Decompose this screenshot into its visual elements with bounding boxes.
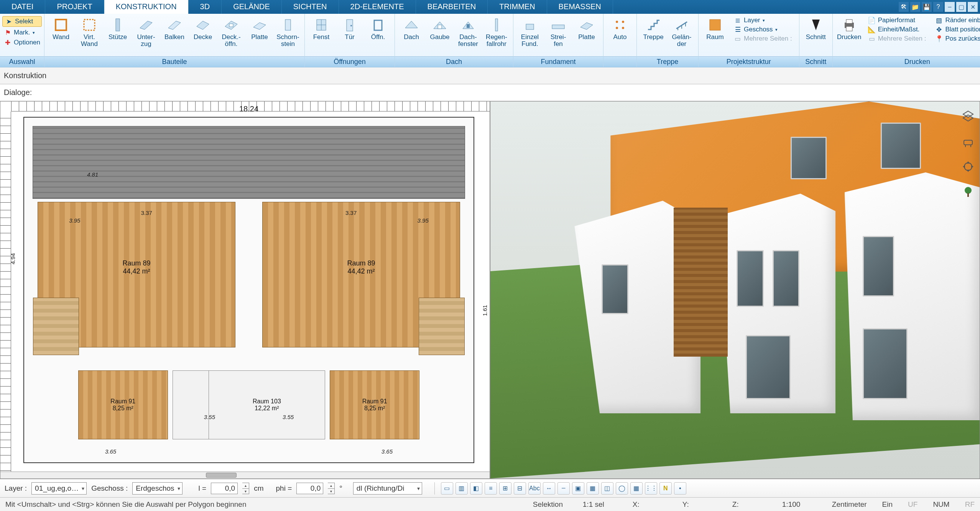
fenster-button[interactable]: Fenst xyxy=(308,15,335,42)
tab-3d[interactable]: 3D xyxy=(189,0,222,14)
geschoss-dropdown[interactable]: ☰Geschoss▾ xyxy=(732,25,794,34)
mode-combo[interactable]: dl (Richtung/Di xyxy=(353,482,422,495)
pane-3d-view[interactable] xyxy=(490,101,980,479)
svg-point-31 xyxy=(964,163,972,170)
tool-box1-icon[interactable]: ▣ xyxy=(572,482,584,495)
tab-2d-elemente[interactable]: 2D-ELEMENTE xyxy=(339,0,416,14)
tuer-button[interactable]: Tür xyxy=(336,15,363,42)
tab-bearbeiten[interactable]: BEARBEITEN xyxy=(416,0,488,14)
tool-folder-icon[interactable]: 📁 xyxy=(910,2,920,12)
plan-scrollbar[interactable] xyxy=(0,472,490,478)
tab-projekt[interactable]: PROJEKT xyxy=(45,0,104,14)
svg-rect-26 xyxy=(846,20,852,23)
window-minimize-button[interactable]: – xyxy=(945,2,955,12)
auto-button[interactable]: Auto xyxy=(607,15,633,42)
gelaender-button[interactable]: Gelän- der xyxy=(668,15,695,49)
schornstein-button[interactable]: Schorn- stein xyxy=(275,15,301,49)
streifen-button[interactable]: Strei- fen xyxy=(545,15,572,49)
geschoss-combo[interactable]: Erdgeschos xyxy=(132,482,182,495)
stuetze-button[interactable]: Stütze xyxy=(104,15,131,42)
tool-6-icon[interactable]: ⊟ xyxy=(514,482,526,495)
context-bar-dialoge: Dialoge: xyxy=(0,84,980,101)
dim-365b: 3.65 xyxy=(381,448,393,455)
tool-circle-icon[interactable]: ◯ xyxy=(616,482,628,495)
tool-5-icon[interactable]: ⊞ xyxy=(499,482,511,495)
column-icon xyxy=(110,17,126,33)
deck-oeffn-button[interactable]: Deck.- öffn. xyxy=(218,15,245,49)
skylight-icon xyxy=(460,17,476,33)
layer-dropdown[interactable]: ≣Layer▾ xyxy=(732,16,794,25)
l-stepper[interactable]: ▴▾ xyxy=(242,483,249,494)
tool-arrow-icon[interactable]: ↔ xyxy=(543,482,555,495)
tab-sichten[interactable]: SICHTEN xyxy=(282,0,339,14)
dach-button[interactable]: Dach xyxy=(398,15,425,42)
optionen-button[interactable]: ✚Optionen xyxy=(2,38,42,47)
raum-button[interactable]: Raum xyxy=(702,15,728,42)
phi-stepper[interactable]: ▴▾ xyxy=(328,483,335,494)
mark-label: Mark. xyxy=(14,29,30,36)
regenfallrohr-button[interactable]: Regen- fallrohr xyxy=(483,15,510,49)
blatt-button[interactable]: ✥Blatt position. xyxy=(934,25,980,34)
tool-n-icon[interactable]: N xyxy=(659,482,672,495)
platte-button[interactable]: Platte xyxy=(246,15,273,42)
tool-save-icon[interactable]: 💾 xyxy=(922,2,932,12)
fund-platte-button[interactable]: Platte xyxy=(573,15,600,42)
schnitt-button[interactable]: Schnitt xyxy=(802,15,829,42)
phi-input[interactable]: 0,0 xyxy=(296,483,323,494)
l-unit: cm xyxy=(254,484,263,493)
mark-button[interactable]: ⚑Mark.▾ xyxy=(2,28,42,37)
tool-dots-icon[interactable]: ⋮⋮ xyxy=(645,482,657,495)
gaube-button[interactable]: Gaube xyxy=(426,15,453,42)
mehrere-seiten2-button[interactable]: ▭Mehrere Seiten : xyxy=(867,34,928,43)
status-selektion: Selektion xyxy=(533,500,567,509)
layers-tool-icon[interactable] xyxy=(960,108,976,124)
l-input[interactable]: 0,0 xyxy=(211,483,238,494)
balken-button[interactable]: Balken xyxy=(161,15,188,42)
tool-grid-icon[interactable]: ▦ xyxy=(630,482,643,495)
tool-dash-icon[interactable]: ┄ xyxy=(557,482,570,495)
drucken-button[interactable]: Drucken xyxy=(836,15,863,42)
tool-dot-icon[interactable]: • xyxy=(674,482,686,495)
window-close-button[interactable]: ✕ xyxy=(968,2,978,12)
wall-icon xyxy=(53,17,69,33)
einzelfund-button[interactable]: Einzel Fund. xyxy=(516,15,543,49)
einheit-button[interactable]: 📐Einheit/Maßst. xyxy=(867,25,928,34)
tab-datei[interactable]: DATEI xyxy=(0,0,45,14)
tool-text-icon[interactable]: Abc xyxy=(528,482,541,495)
mehrere-seiten-button[interactable]: ▭Mehrere Seiten : xyxy=(732,34,794,43)
tool-box3-icon[interactable]: ◫ xyxy=(601,482,613,495)
decke-button[interactable]: Decke xyxy=(189,15,216,42)
wand-button[interactable]: Wand xyxy=(48,15,74,42)
tab-trimmen[interactable]: TRIMMEN xyxy=(488,0,547,14)
tool-3-icon[interactable]: ◧ xyxy=(470,482,482,495)
tool-2-icon[interactable]: ▥ xyxy=(455,482,468,495)
window-maximize-button[interactable]: ▢ xyxy=(956,2,966,12)
furniture-tool-icon[interactable] xyxy=(960,134,976,149)
papierformat-button[interactable]: 📄Papierformat xyxy=(867,16,928,25)
unterzug-button[interactable]: Unter- zug xyxy=(133,15,159,49)
pane-2d-plan[interactable]: 18.24 Raum 89 44,42 m² Raum 89 44,42 m² … xyxy=(0,101,490,479)
tree-tool-icon[interactable] xyxy=(960,184,976,200)
tool-help-icon[interactable]: ? xyxy=(933,2,943,12)
room89-left-area: 44,42 m² xyxy=(110,267,163,275)
selekt-button[interactable]: ➤Selekt xyxy=(2,16,42,27)
raender-button[interactable]: ▧Ränder einblend. xyxy=(934,16,980,25)
oeffn-button[interactable]: Öffn. xyxy=(365,15,391,42)
tool-1-icon[interactable]: ▭ xyxy=(441,482,453,495)
tool-box2-icon[interactable]: ▦ xyxy=(587,482,599,495)
plan-scroll-thumb[interactable] xyxy=(206,473,237,478)
pos-reset-button[interactable]: 📍Pos zurücksetz. xyxy=(934,34,980,43)
tab-konstruktion[interactable]: KONSTRUKTION xyxy=(104,0,189,14)
floor-plan[interactable]: 18.24 Raum 89 44,42 m² Raum 89 44,42 m² … xyxy=(23,117,474,463)
virt-wand-button[interactable]: Virt. Wand xyxy=(76,15,103,49)
treppe-button[interactable]: Treppe xyxy=(640,15,667,42)
stair-icon xyxy=(645,17,661,33)
tool-wrench-icon[interactable]: 🛠 xyxy=(899,2,909,12)
layer-combo[interactable]: 01_ug,eg,o… xyxy=(31,482,87,495)
tab-bemassen[interactable]: BEMASSEN xyxy=(547,0,613,14)
tool-4-icon[interactable]: ≡ xyxy=(485,482,497,495)
dachfenster-button[interactable]: Dach- fenster xyxy=(455,15,482,49)
orbit-tool-icon[interactable] xyxy=(960,159,976,174)
tab-gelaende[interactable]: GELÄNDE xyxy=(222,0,282,14)
room103-area: 12,22 m² xyxy=(240,405,294,412)
